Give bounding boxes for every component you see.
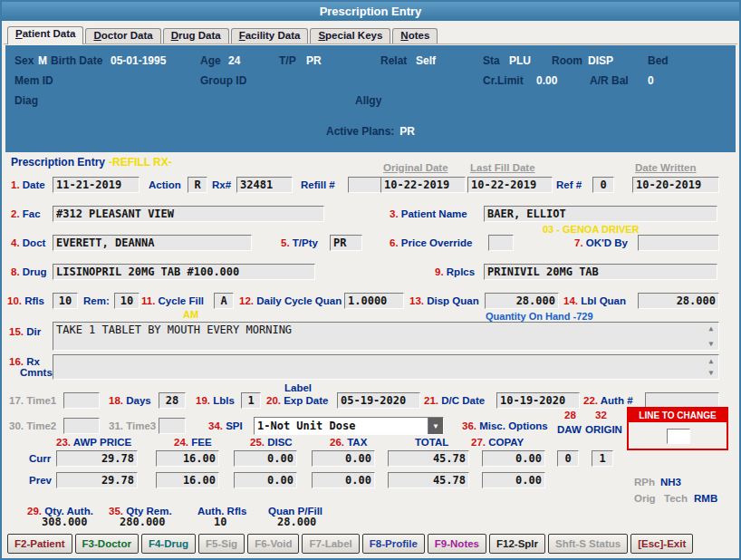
refills-input[interactable]	[53, 293, 78, 309]
drug-label: 8. Drug	[11, 264, 47, 280]
labels-count-input[interactable]	[241, 392, 261, 409]
refill-number-input[interactable]	[348, 177, 384, 193]
tech-value: RMB	[694, 490, 717, 507]
prev-awp-field[interactable]	[56, 472, 138, 488]
drug-input[interactable]	[53, 264, 315, 280]
replaces-input[interactable]	[484, 264, 717, 280]
f6-void-button[interactable]: F6-Void	[247, 534, 299, 554]
relat-value: Self	[416, 54, 436, 67]
patient-name-input[interactable]	[484, 206, 717, 222]
days-label: 18. Days	[109, 392, 151, 409]
prev-total-field[interactable]	[388, 472, 469, 488]
sta-label: Sta	[483, 54, 500, 67]
rph-value: NH3	[660, 474, 681, 490]
tab-facility-data[interactable]: Facility Data	[231, 28, 309, 44]
origin-input[interactable]	[592, 450, 613, 467]
f5-sig-button[interactable]: F5-Sig	[198, 534, 245, 554]
prev-tax-field[interactable]	[312, 472, 375, 488]
price-override-input[interactable]	[488, 235, 514, 251]
rx-comments-scrollbar[interactable]: ▲ ▼	[704, 355, 718, 379]
curr-awp-input[interactable]	[56, 450, 138, 467]
time2-label: 30. Time2	[9, 418, 56, 434]
remaining-input[interactable]	[114, 293, 140, 309]
labels-count-label: 19. Lbls	[196, 392, 235, 409]
scroll-down-icon[interactable]: ▼	[709, 340, 714, 348]
facility-input[interactable]	[53, 206, 324, 222]
time2-input[interactable]	[63, 418, 100, 434]
qty-rem-value: 280.000	[120, 516, 166, 528]
disp-quan-label: 13. Disp Quan	[409, 293, 479, 309]
prev-fee-field[interactable]	[156, 472, 219, 488]
time3-input[interactable]	[159, 418, 186, 434]
directions-scrollbar[interactable]: ▲ ▼	[704, 323, 718, 350]
date-input[interactable]	[53, 177, 140, 193]
prev-disc-field[interactable]	[234, 472, 297, 488]
auth-rfls-value: 10	[214, 516, 226, 528]
f3-doctor-button[interactable]: F3-Doctor	[75, 534, 139, 554]
cycle-fill-input[interactable]	[214, 293, 234, 309]
f4-drug-button[interactable]: F4-Drug	[141, 534, 196, 554]
spi-value: 1-Not Unit Dose	[255, 420, 428, 432]
lbl-quan-label: 14. Lbl Quan	[563, 293, 626, 309]
scroll-down-icon[interactable]: ▼	[709, 369, 714, 377]
tab-drug-data[interactable]: Drug Data	[163, 28, 229, 44]
f8-profile-button[interactable]: F8-Profile	[362, 534, 425, 554]
ref-number-input[interactable]	[592, 177, 614, 193]
birth-date-label: Birth Date	[51, 54, 102, 67]
cr-limit-value: 0.00	[536, 74, 557, 87]
action-input[interactable]	[188, 177, 207, 193]
rph-label: RPh	[634, 474, 655, 490]
price-override-label: 6. Price Override	[390, 235, 472, 251]
rx-comments-label-2: Cmnts	[20, 364, 53, 381]
curr-disc-input[interactable]	[234, 450, 297, 467]
scroll-up-icon[interactable]: ▲	[709, 324, 714, 333]
lbl-quan-input[interactable]	[638, 293, 719, 309]
line-to-change-input[interactable]	[667, 429, 690, 444]
doctor-input[interactable]	[53, 235, 252, 251]
scroll-up-icon[interactable]: ▲	[709, 357, 714, 365]
line-to-change-box: LINE TO CHANGE	[627, 407, 728, 450]
tab-notes[interactable]: Notes	[392, 28, 438, 44]
spi-select[interactable]: 1-Not Unit Dose ▼	[254, 417, 444, 435]
time1-input[interactable]	[63, 392, 100, 409]
directions-input[interactable]: TAKE 1 TABLET BY MOUTH EVERY MORNING ▲ ▼	[53, 322, 719, 351]
date-written-field[interactable]	[632, 177, 719, 193]
curr-tax-input[interactable]	[312, 450, 375, 467]
label-exp-date-input[interactable]	[337, 392, 420, 409]
diag-label: Diag	[14, 94, 38, 107]
cr-limit-label: Cr.Limit	[483, 74, 524, 87]
f9-notes-button[interactable]: F9-Notes	[428, 534, 486, 554]
f7-label-button[interactable]: F7-Label	[302, 534, 359, 554]
room-label: Room	[552, 54, 582, 67]
shft-s-status-button[interactable]: Shft-S Status	[548, 534, 628, 554]
esc-exit-button[interactable]: [Esc]-Exit	[630, 534, 693, 554]
time3-label: 31. Time3	[109, 418, 156, 434]
f12-splr-button[interactable]: F12-Splr	[489, 534, 545, 554]
prev-copay-field[interactable]	[482, 472, 545, 488]
bed-label: Bed	[648, 54, 669, 67]
curr-total-field[interactable]	[388, 450, 469, 467]
chevron-down-icon[interactable]: ▼	[428, 418, 443, 434]
curr-fee-input[interactable]	[156, 450, 219, 467]
days-input[interactable]	[159, 392, 186, 409]
okd-by-input[interactable]	[638, 235, 719, 251]
tab-special-keys[interactable]: Special Keys	[310, 28, 390, 44]
rx-number-input[interactable]	[236, 177, 293, 193]
relat-label: Relat	[380, 54, 407, 67]
tpty-label: 5. T/Pty	[281, 235, 318, 251]
rx-comments-input[interactable]: ▲ ▼	[53, 354, 719, 380]
tpty-input[interactable]	[330, 235, 362, 251]
auth-number-label: 22. Auth #	[583, 392, 633, 409]
origin-label: ORIGIN	[585, 421, 622, 438]
sex-label: Sex	[14, 54, 34, 67]
last-fill-date-field[interactable]	[467, 177, 553, 193]
original-date-field[interactable]	[380, 177, 466, 193]
daw-input[interactable]	[557, 450, 579, 467]
tab-doctor-data[interactable]: Doctor Data	[85, 28, 160, 44]
f2-patient-button[interactable]: F2-Patient	[7, 534, 72, 554]
daily-cycle-quan-label: 12. Daily Cycle Quan	[239, 293, 342, 309]
disp-quan-input[interactable]	[485, 293, 559, 309]
daily-cycle-quan-input[interactable]	[344, 293, 404, 309]
tab-patient-data[interactable]: Patient Data	[7, 26, 83, 44]
curr-copay-input[interactable]	[482, 450, 545, 467]
